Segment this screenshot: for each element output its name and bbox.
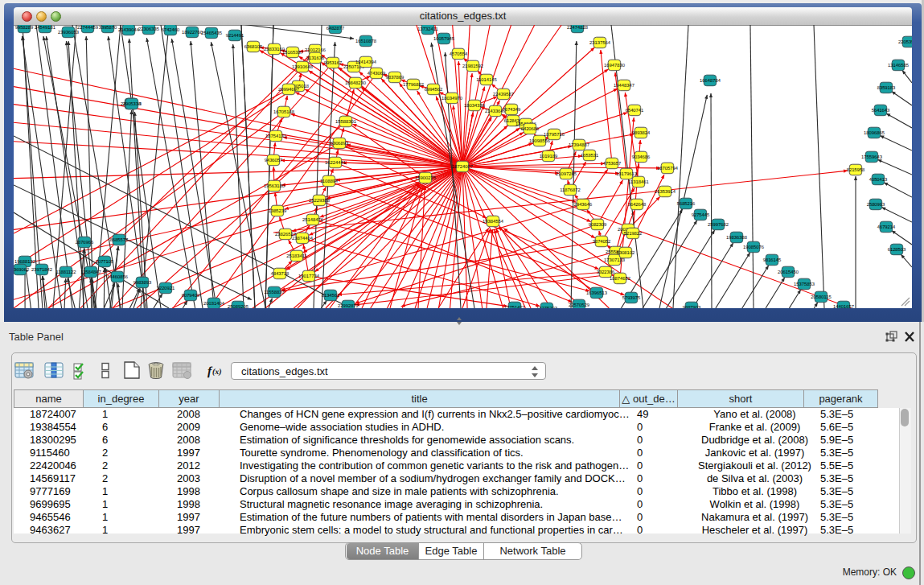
svg-text:8079409: 8079409 (182, 293, 200, 299)
svg-text:25183411: 25183411 (286, 253, 306, 259)
svg-text:8134562: 8134562 (322, 293, 340, 299)
svg-text:6368105: 6368105 (244, 44, 263, 50)
svg-text:9983893: 9983893 (133, 280, 152, 286)
svg-text:20031404: 20031404 (203, 301, 225, 307)
svg-text:22744459: 22744459 (77, 25, 98, 31)
svg-text:3322386: 3322386 (597, 270, 615, 275)
svg-text:8369062: 8369062 (14, 267, 29, 273)
svg-text:2580963: 2580963 (867, 202, 885, 208)
svg-text:22474828: 22474828 (567, 25, 588, 31)
svg-text:9275445: 9275445 (692, 212, 710, 218)
svg-text:22570529: 22570529 (569, 303, 589, 308)
svg-text:1385239: 1385239 (269, 208, 287, 214)
svg-text:16648784: 16648784 (700, 78, 721, 84)
svg-text:9958289: 9958289 (15, 25, 34, 31)
svg-text:2077105: 2077105 (96, 259, 114, 265)
svg-text:9816145: 9816145 (763, 257, 782, 263)
svg-text:4743069: 4743069 (368, 71, 386, 76)
svg-text:22053595: 22053595 (898, 39, 912, 45)
svg-text:19098556: 19098556 (529, 138, 550, 144)
svg-text:2905334: 2905334 (123, 101, 142, 107)
svg-text:10057945: 10057945 (433, 36, 454, 42)
svg-text:4050413: 4050413 (869, 177, 888, 183)
svg-text:3874052: 3874052 (593, 239, 611, 245)
svg-text:5793975: 5793975 (622, 295, 641, 301)
svg-text:18034970: 18034970 (441, 96, 462, 101)
svg-text:24549181: 24549181 (35, 25, 55, 31)
svg-text:19017734: 19017734 (298, 274, 320, 279)
svg-text:8215958: 8215958 (847, 167, 865, 173)
svg-text:18034339: 18034339 (464, 103, 485, 109)
svg-text:6742460: 6742460 (162, 27, 180, 33)
svg-text:8685577: 8685577 (110, 237, 129, 243)
svg-text:18705794: 18705794 (657, 166, 679, 171)
svg-text:2943646: 2943646 (574, 202, 593, 208)
svg-text:18754131: 18754131 (265, 134, 286, 139)
svg-text:9893824: 9893824 (632, 130, 651, 136)
svg-text:14460856: 14460856 (107, 274, 128, 280)
svg-text:9214491: 9214491 (226, 33, 244, 39)
svg-text:17559643: 17559643 (861, 154, 882, 160)
svg-text:19448347: 19448347 (614, 83, 634, 89)
svg-text:6540741: 6540741 (626, 108, 644, 113)
svg-text:4679214: 4679214 (877, 225, 896, 230)
svg-text:9837869: 9837869 (386, 75, 405, 80)
svg-text:21439044: 21439044 (118, 27, 140, 33)
svg-text:19563180: 19563180 (264, 183, 285, 189)
svg-text:9082309: 9082309 (589, 222, 607, 228)
svg-text:20615450: 20615450 (778, 270, 799, 275)
svg-text:16396513: 16396513 (586, 290, 607, 296)
svg-text:19085076: 19085076 (743, 245, 764, 250)
svg-text:25997682: 25997682 (708, 222, 729, 228)
svg-text:3395870: 3395870 (99, 25, 117, 31)
svg-text:16224441: 16224441 (325, 160, 346, 166)
svg-text:10848230: 10848230 (345, 80, 366, 86)
svg-text:3220921: 3220921 (157, 286, 175, 291)
svg-text:5685216: 5685216 (677, 201, 696, 207)
svg-text:17751421: 17751421 (504, 305, 525, 308)
svg-text:6306893: 6306893 (331, 141, 349, 146)
svg-text:(x): (x) (212, 368, 222, 377)
svg-text:23833160: 23833160 (264, 47, 285, 52)
svg-text:9887903: 9887903 (683, 305, 701, 308)
svg-text:18724007: 18724007 (452, 164, 473, 170)
svg-text:17394887: 17394887 (569, 142, 589, 148)
svg-text:11318461: 11318461 (628, 179, 648, 185)
svg-text:20994697: 20994697 (278, 87, 299, 93)
svg-text:1019189: 1019189 (540, 154, 558, 159)
svg-text:11584847: 11584847 (80, 270, 101, 275)
svg-text:23137564: 23137564 (589, 40, 611, 46)
svg-text:11881122: 11881122 (56, 270, 76, 275)
svg-text:17796882: 17796882 (403, 82, 424, 88)
svg-text:9953167: 9953167 (324, 60, 343, 66)
svg-text:11876872: 11876872 (560, 187, 580, 193)
svg-text:21981592: 21981592 (462, 64, 483, 69)
svg-text:14401657: 14401657 (833, 304, 854, 308)
svg-text:5308102: 5308102 (617, 250, 635, 256)
svg-text:3642648: 3642648 (628, 202, 647, 208)
svg-text:7674349: 7674349 (503, 107, 521, 113)
svg-text:6128503: 6128503 (888, 247, 906, 253)
svg-text:11558837: 11558837 (264, 290, 284, 295)
svg-text:18874652: 18874652 (610, 276, 630, 282)
svg-text:19836388: 19836388 (726, 235, 747, 241)
svg-text:11014145: 11014145 (476, 77, 496, 83)
svg-text:22306335: 22306335 (138, 27, 159, 32)
svg-text:22439587: 22439587 (493, 92, 514, 97)
svg-text:18795716: 18795716 (544, 132, 565, 138)
svg-text:4753657: 4753657 (603, 161, 622, 167)
svg-text:3131636: 3131636 (306, 56, 325, 61)
svg-text:14275203: 14275203 (536, 306, 557, 308)
svg-text:18922760: 18922760 (182, 30, 203, 35)
svg-text:16510878: 16510878 (355, 39, 376, 44)
svg-text:25148476: 25148476 (302, 217, 323, 223)
svg-text:18096865: 18096865 (864, 130, 885, 136)
svg-text:1108894: 1108894 (320, 179, 339, 184)
svg-text:25089205: 25089205 (228, 304, 248, 308)
svg-text:23971842: 23971842 (31, 267, 52, 273)
svg-text:6482877: 6482877 (326, 26, 345, 31)
svg-text:20580115: 20580115 (811, 295, 831, 300)
svg-text:13910648: 13910648 (292, 64, 313, 70)
svg-text:2876966: 2876966 (76, 240, 94, 245)
svg-text:5219822: 5219822 (624, 231, 643, 237)
